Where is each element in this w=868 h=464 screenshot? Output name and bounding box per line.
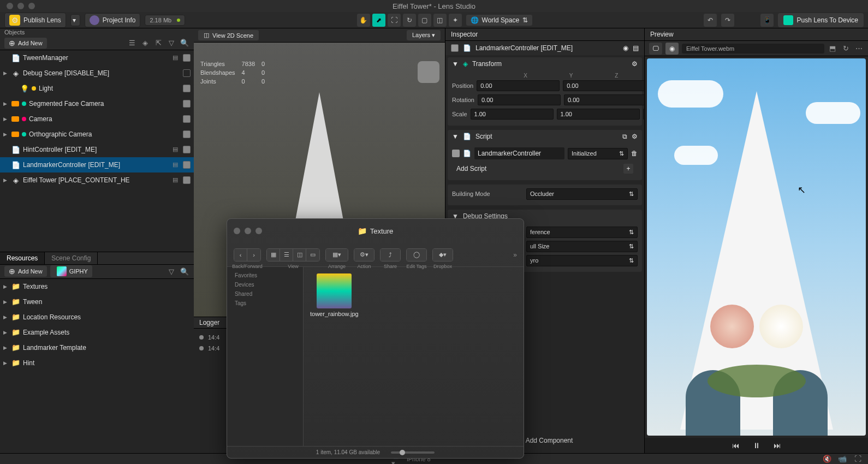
transform-tool[interactable]: ▢ xyxy=(418,14,431,27)
tree-item-segmented-camera[interactable]: ▶ Segmented Face Camera xyxy=(0,96,194,111)
visibility-toggle[interactable] xyxy=(183,176,191,184)
gallery-view[interactable]: ▭ xyxy=(306,249,319,261)
scale-x[interactable] xyxy=(471,109,554,120)
preview-file-select[interactable]: Eiffel Tower.webm xyxy=(682,44,824,53)
redo-button[interactable]: ↷ xyxy=(721,14,734,27)
add-component-button[interactable]: ⊕ Add Component xyxy=(517,437,573,444)
record-icon[interactable]: 📹 xyxy=(837,454,847,464)
close-icon[interactable] xyxy=(234,228,240,234)
file-item[interactable]: tower_rainbow.jpg xyxy=(310,273,359,317)
resource-tween[interactable]: ▶📁Tween xyxy=(0,294,194,310)
search-icon[interactable]: 🔍 xyxy=(180,266,189,276)
expand-arrow[interactable]: ▶ xyxy=(3,70,9,76)
dropbox-button[interactable]: ◆▾ xyxy=(433,249,453,261)
list-view[interactable]: ☰ xyxy=(280,249,293,261)
capture-icon[interactable]: ⬒ xyxy=(828,44,837,53)
project-info-button[interactable]: Project Info xyxy=(85,13,141,27)
expand-arrow[interactable]: ▶ xyxy=(3,116,9,122)
tree-item-landmarkercontroller[interactable]: 📄 LandmarkerController [EDIT_ME] ▤ xyxy=(0,157,194,172)
tree-item-light[interactable]: 💡 Light xyxy=(0,81,194,96)
gear-icon[interactable]: ⚙ xyxy=(632,133,638,140)
undo-button[interactable]: ↶ xyxy=(704,14,717,27)
position-y[interactable] xyxy=(563,80,646,91)
arrange-button[interactable]: ▦▾ xyxy=(326,249,348,261)
orientation-gizmo[interactable] xyxy=(423,81,438,96)
preview-viewport[interactable]: ↖ xyxy=(647,58,866,436)
resource-hint[interactable]: ▶📁Hint xyxy=(0,355,194,371)
collapse-icon[interactable]: ⇱ xyxy=(153,38,163,48)
action-button[interactable]: ⚙▾ xyxy=(354,249,374,261)
add-resource-button[interactable]: ⊕ Add New xyxy=(4,266,47,277)
position-x[interactable] xyxy=(477,80,560,91)
expand-arrow[interactable]: ▶ xyxy=(3,132,9,137)
debug-select-1[interactable]: ference⇅ xyxy=(526,227,638,238)
finder-titlebar[interactable]: 📁 Texture xyxy=(227,219,524,243)
layers-dropdown[interactable]: Layers ▾ xyxy=(407,30,441,40)
next-frame-button[interactable]: ⏭ xyxy=(774,441,781,450)
push-to-device-button[interactable]: Push Lens To Device xyxy=(778,13,864,27)
visibility-toggle[interactable] xyxy=(183,85,191,92)
maximize-icon[interactable] xyxy=(255,228,262,234)
finder-window[interactable]: 📁 Texture ‹ › Back/Forward ▦ ☰ ◫ ▭ View … xyxy=(227,218,524,459)
tab-resources[interactable]: Resources xyxy=(0,252,45,264)
tree-item-debug-scene[interactable]: ▶ ◈ Debug Scene [DISABLE_ME] xyxy=(0,66,194,81)
script-header[interactable]: ▼ 📄 Script ⧉ ⚙ xyxy=(448,130,642,143)
visibility-toggle[interactable] xyxy=(183,54,191,62)
rotate-tool[interactable]: ↻ xyxy=(403,14,416,27)
add-script-button[interactable]: + xyxy=(623,164,633,174)
image-mode[interactable]: ◉ xyxy=(665,43,679,55)
visibility-toggle[interactable] xyxy=(183,161,191,169)
tree-item-tweenmanager[interactable]: 📄 TweenManager ▤ xyxy=(0,50,194,66)
back-button[interactable]: ‹ xyxy=(234,249,247,261)
maximize-window[interactable] xyxy=(28,3,35,9)
visibility-toggle[interactable] xyxy=(183,100,191,108)
transform-header[interactable]: ▼ ◈ Transform ⚙ xyxy=(448,57,642,70)
coordinate-space-select[interactable]: 🌐 World Space ⇅ xyxy=(466,15,532,26)
tree-item-eiffel-tower[interactable]: ▶ ◈ Eiffel Tower [PLACE_CONTENT_HE ▤ xyxy=(0,172,194,188)
fullscreen-icon[interactable]: ⛶ xyxy=(853,454,863,464)
move-tool[interactable]: ⬈ xyxy=(372,14,385,27)
sidebar-shared[interactable]: Shared xyxy=(227,290,303,299)
forward-button[interactable]: › xyxy=(247,249,260,261)
filter-icon[interactable]: ▽ xyxy=(167,38,176,48)
share-button[interactable]: ⤴ xyxy=(381,249,400,261)
visibility-toggle[interactable] xyxy=(183,130,191,138)
overflow-icon[interactable]: » xyxy=(513,251,517,259)
icon-view[interactable]: ▦ xyxy=(267,249,280,261)
refresh-icon[interactable]: ↻ xyxy=(841,44,851,53)
sidebar-favorites[interactable]: Favorites xyxy=(227,271,303,281)
script-enabled[interactable] xyxy=(452,150,460,157)
combined-tool[interactable]: ✦ xyxy=(449,14,462,27)
mute-icon[interactable]: 🔇 xyxy=(822,454,832,464)
layers-icon[interactable]: ◈ xyxy=(140,38,150,48)
script-name-field[interactable]: LandmarkerController xyxy=(474,147,564,159)
search-icon[interactable]: 🔍 xyxy=(180,38,189,48)
resource-example[interactable]: ▶📁Example Assets xyxy=(0,325,194,340)
resource-location[interactable]: ▶📁Location Resources xyxy=(0,310,194,325)
gear-icon[interactable]: ⚙ xyxy=(632,60,638,68)
scale-tool[interactable]: ⛶ xyxy=(388,14,401,27)
finder-content[interactable]: tower_rainbow.jpg xyxy=(304,267,524,446)
expand-arrow[interactable]: ▶ xyxy=(3,177,9,183)
sidebar-tags[interactable]: Tags xyxy=(227,299,303,308)
resource-textures[interactable]: ▶📁Textures xyxy=(0,279,194,294)
tags-button[interactable]: ◯ xyxy=(407,249,426,261)
debug-select-3[interactable]: yro⇅ xyxy=(526,255,638,266)
copy-icon[interactable]: ⧉ xyxy=(622,133,627,140)
delete-icon[interactable]: 🗑 xyxy=(631,150,638,157)
view-mode-button[interactable]: ◫ View 2D Scene xyxy=(198,30,259,40)
visibility-toggle[interactable] xyxy=(183,115,191,123)
object-name[interactable]: LandmarkerController [EDIT_ME] xyxy=(475,44,619,52)
visibility-toggle[interactable] xyxy=(183,69,191,77)
rotation-y[interactable] xyxy=(564,94,647,105)
tree-item-hintcontroller[interactable]: 📄 HintController [EDIT_ME] ▤ xyxy=(0,142,194,157)
pan-tool[interactable]: ✋ xyxy=(357,14,370,27)
zoom-slider[interactable] xyxy=(391,451,435,454)
column-view[interactable]: ◫ xyxy=(293,249,306,261)
giphy-button[interactable]: GIPHY xyxy=(50,265,92,277)
rotation-x[interactable] xyxy=(478,94,561,105)
pause-button[interactable]: ⏸ xyxy=(753,441,760,450)
sidebar-devices[interactable]: Devices xyxy=(227,281,303,290)
flat-list-icon[interactable]: ☰ xyxy=(127,38,137,48)
tag-icon[interactable]: ▤ xyxy=(633,44,639,52)
